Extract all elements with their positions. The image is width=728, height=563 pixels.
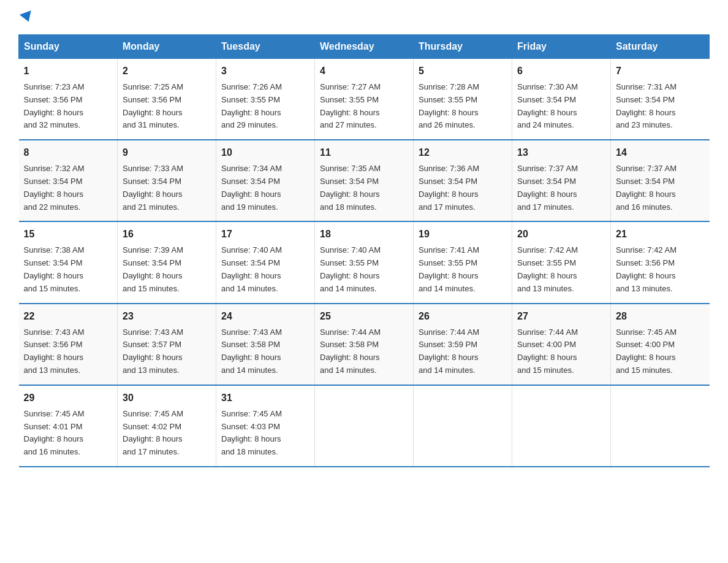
day-info: Sunrise: 7:39 AM Sunset: 3:54 PM Dayligh… <box>123 244 211 295</box>
day-info: Sunrise: 7:37 AM Sunset: 3:54 PM Dayligh… <box>616 163 705 213</box>
day-number: 25 <box>320 309 408 324</box>
day-info: Sunrise: 7:25 AM Sunset: 3:56 PM Dayligh… <box>123 81 211 132</box>
day-number: 12 <box>419 145 507 160</box>
calendar-cell: 9 Sunrise: 7:33 AM Sunset: 3:54 PM Dayli… <box>118 140 216 221</box>
day-of-week-header: Monday <box>118 35 216 59</box>
day-number: 19 <box>419 227 507 242</box>
day-info: Sunrise: 7:42 AM Sunset: 3:55 PM Dayligh… <box>517 244 605 295</box>
calendar-cell: 24 Sunrise: 7:43 AM Sunset: 3:58 PM Dayl… <box>216 304 315 385</box>
calendar-cell <box>512 385 611 467</box>
day-of-week-header: Saturday <box>611 35 710 59</box>
days-of-week-row: SundayMondayTuesdayWednesdayThursdayFrid… <box>19 35 710 59</box>
day-info: Sunrise: 7:30 AM Sunset: 3:54 PM Dayligh… <box>517 81 605 132</box>
calendar-week-row: 29 Sunrise: 7:45 AM Sunset: 4:01 PM Dayl… <box>19 385 710 467</box>
day-info: Sunrise: 7:44 AM Sunset: 3:59 PM Dayligh… <box>419 326 507 377</box>
day-info: Sunrise: 7:42 AM Sunset: 3:56 PM Dayligh… <box>616 244 705 295</box>
day-info: Sunrise: 7:45 AM Sunset: 4:00 PM Dayligh… <box>616 326 705 377</box>
day-info: Sunrise: 7:35 AM Sunset: 3:54 PM Dayligh… <box>320 163 408 213</box>
calendar-cell: 5 Sunrise: 7:28 AM Sunset: 3:55 PM Dayli… <box>414 59 512 140</box>
calendar-cell: 26 Sunrise: 7:44 AM Sunset: 3:59 PM Dayl… <box>414 304 512 385</box>
day-info: Sunrise: 7:34 AM Sunset: 3:54 PM Dayligh… <box>221 163 309 213</box>
calendar-body: 1 Sunrise: 7:23 AM Sunset: 3:56 PM Dayli… <box>19 59 710 467</box>
day-info: Sunrise: 7:23 AM Sunset: 3:56 PM Dayligh… <box>24 81 113 132</box>
day-info: Sunrise: 7:37 AM Sunset: 3:54 PM Dayligh… <box>517 163 605 213</box>
day-info: Sunrise: 7:36 AM Sunset: 3:54 PM Dayligh… <box>419 163 507 213</box>
day-number: 24 <box>221 309 309 324</box>
day-number: 6 <box>517 64 605 79</box>
calendar-cell: 22 Sunrise: 7:43 AM Sunset: 3:56 PM Dayl… <box>19 304 118 385</box>
calendar-cell: 17 Sunrise: 7:40 AM Sunset: 3:54 PM Dayl… <box>216 221 315 303</box>
calendar-cell: 4 Sunrise: 7:27 AM Sunset: 3:55 PM Dayli… <box>315 59 414 140</box>
calendar-cell: 11 Sunrise: 7:35 AM Sunset: 3:54 PM Dayl… <box>315 140 414 221</box>
day-number: 8 <box>24 145 113 160</box>
calendar-table: SundayMondayTuesdayWednesdayThursdayFrid… <box>18 34 710 467</box>
calendar-cell: 1 Sunrise: 7:23 AM Sunset: 3:56 PM Dayli… <box>19 59 118 140</box>
day-number: 9 <box>123 145 211 160</box>
calendar-cell <box>315 385 414 467</box>
day-number: 23 <box>123 309 211 324</box>
calendar-cell: 25 Sunrise: 7:44 AM Sunset: 3:58 PM Dayl… <box>315 304 414 385</box>
calendar-cell: 7 Sunrise: 7:31 AM Sunset: 3:54 PM Dayli… <box>611 59 710 140</box>
calendar-week-row: 1 Sunrise: 7:23 AM Sunset: 3:56 PM Dayli… <box>19 59 710 140</box>
day-info: Sunrise: 7:41 AM Sunset: 3:55 PM Dayligh… <box>419 244 507 295</box>
calendar-cell: 12 Sunrise: 7:36 AM Sunset: 3:54 PM Dayl… <box>414 140 512 221</box>
day-info: Sunrise: 7:43 AM Sunset: 3:58 PM Dayligh… <box>221 326 309 377</box>
day-number: 4 <box>320 64 408 79</box>
day-info: Sunrise: 7:40 AM Sunset: 3:55 PM Dayligh… <box>320 244 408 295</box>
day-number: 17 <box>221 227 309 242</box>
calendar-cell <box>414 385 512 467</box>
calendar-cell: 19 Sunrise: 7:41 AM Sunset: 3:55 PM Dayl… <box>414 221 512 303</box>
logo-triangle-icon <box>20 10 34 24</box>
day-info: Sunrise: 7:33 AM Sunset: 3:54 PM Dayligh… <box>123 163 211 213</box>
calendar-cell: 30 Sunrise: 7:45 AM Sunset: 4:02 PM Dayl… <box>118 385 216 467</box>
day-number: 10 <box>221 145 309 160</box>
day-info: Sunrise: 7:45 AM Sunset: 4:01 PM Dayligh… <box>24 408 113 459</box>
day-of-week-header: Thursday <box>414 35 512 59</box>
day-info: Sunrise: 7:38 AM Sunset: 3:54 PM Dayligh… <box>24 244 113 295</box>
day-number: 20 <box>517 227 605 242</box>
day-of-week-header: Wednesday <box>315 35 414 59</box>
calendar-cell <box>611 385 710 467</box>
day-number: 30 <box>123 391 211 405</box>
day-info: Sunrise: 7:43 AM Sunset: 3:57 PM Dayligh… <box>123 326 211 377</box>
day-info: Sunrise: 7:45 AM Sunset: 4:03 PM Dayligh… <box>221 408 309 459</box>
day-info: Sunrise: 7:26 AM Sunset: 3:55 PM Dayligh… <box>221 81 309 132</box>
calendar-cell: 14 Sunrise: 7:37 AM Sunset: 3:54 PM Dayl… <box>611 140 710 221</box>
day-number: 15 <box>24 227 113 242</box>
calendar-week-row: 15 Sunrise: 7:38 AM Sunset: 3:54 PM Dayl… <box>19 221 710 303</box>
day-info: Sunrise: 7:44 AM Sunset: 3:58 PM Dayligh… <box>320 326 408 377</box>
calendar-cell: 8 Sunrise: 7:32 AM Sunset: 3:54 PM Dayli… <box>19 140 118 221</box>
calendar-cell: 2 Sunrise: 7:25 AM Sunset: 3:56 PM Dayli… <box>118 59 216 140</box>
day-number: 21 <box>616 227 705 242</box>
day-info: Sunrise: 7:31 AM Sunset: 3:54 PM Dayligh… <box>616 81 705 132</box>
day-info: Sunrise: 7:44 AM Sunset: 4:00 PM Dayligh… <box>517 326 605 377</box>
day-info: Sunrise: 7:27 AM Sunset: 3:55 PM Dayligh… <box>320 81 408 132</box>
calendar-cell: 20 Sunrise: 7:42 AM Sunset: 3:55 PM Dayl… <box>512 221 611 303</box>
calendar-cell: 13 Sunrise: 7:37 AM Sunset: 3:54 PM Dayl… <box>512 140 611 221</box>
day-info: Sunrise: 7:28 AM Sunset: 3:55 PM Dayligh… <box>419 81 507 132</box>
day-number: 14 <box>616 145 705 160</box>
day-of-week-header: Friday <box>512 35 611 59</box>
day-number: 27 <box>517 309 605 324</box>
day-of-week-header: Tuesday <box>216 35 315 59</box>
calendar-cell: 31 Sunrise: 7:45 AM Sunset: 4:03 PM Dayl… <box>216 385 315 467</box>
calendar-cell: 21 Sunrise: 7:42 AM Sunset: 3:56 PM Dayl… <box>611 221 710 303</box>
logo-blue-text <box>18 12 33 22</box>
calendar-cell: 15 Sunrise: 7:38 AM Sunset: 3:54 PM Dayl… <box>19 221 118 303</box>
day-number: 22 <box>24 309 113 324</box>
calendar-week-row: 22 Sunrise: 7:43 AM Sunset: 3:56 PM Dayl… <box>19 304 710 385</box>
day-of-week-header: Sunday <box>19 35 118 59</box>
calendar-cell: 29 Sunrise: 7:45 AM Sunset: 4:01 PM Dayl… <box>19 385 118 467</box>
day-number: 13 <box>517 145 605 160</box>
day-number: 1 <box>24 64 113 79</box>
calendar-header: SundayMondayTuesdayWednesdayThursdayFrid… <box>19 35 710 59</box>
day-number: 3 <box>221 64 309 79</box>
day-number: 5 <box>419 64 507 79</box>
logo <box>18 12 33 22</box>
day-info: Sunrise: 7:40 AM Sunset: 3:54 PM Dayligh… <box>221 244 309 295</box>
day-number: 7 <box>616 64 705 79</box>
calendar-cell: 27 Sunrise: 7:44 AM Sunset: 4:00 PM Dayl… <box>512 304 611 385</box>
day-number: 31 <box>221 391 309 405</box>
calendar-cell: 10 Sunrise: 7:34 AM Sunset: 3:54 PM Dayl… <box>216 140 315 221</box>
day-info: Sunrise: 7:32 AM Sunset: 3:54 PM Dayligh… <box>24 163 113 213</box>
